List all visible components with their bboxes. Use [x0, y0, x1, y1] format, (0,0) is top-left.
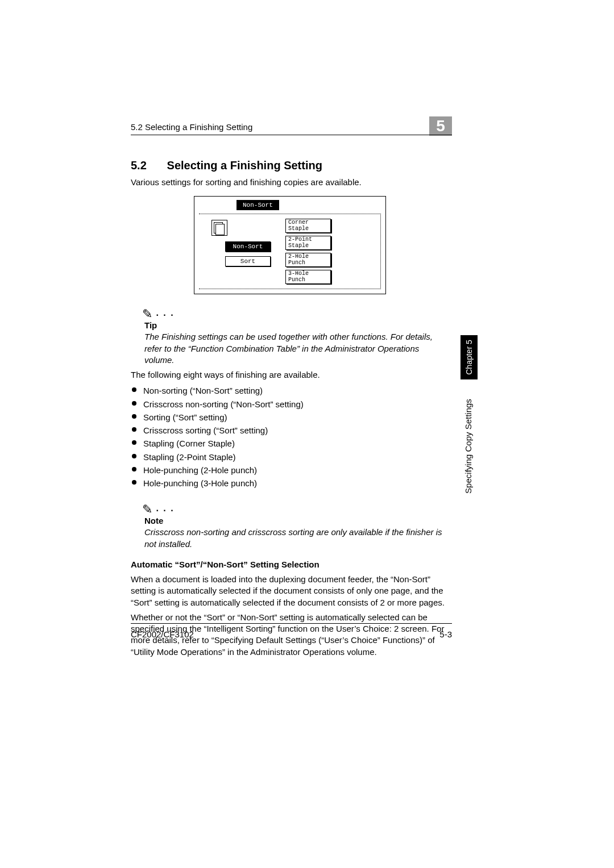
header-rule — [131, 135, 452, 135]
footer-model: CF2002/CF3102 — [131, 629, 194, 639]
list-item: Crisscross non-sorting (“Non-Sort” setti… — [131, 398, 449, 411]
finishing-list: Non-sorting (“Non-Sort” setting) Crisscr… — [131, 384, 449, 490]
note-block: ✎ . . . Note Crisscross non-sorting and … — [142, 500, 449, 550]
auto-heading: Automatic “Sort”/“Non-Sort” Setting Sele… — [131, 559, 449, 570]
intro-text: Various settings for sorting and finishi… — [131, 177, 449, 188]
running-head: 5.2 Selecting a Finishing Setting — [131, 122, 449, 132]
section-number: 5.2 — [131, 159, 164, 172]
note-title: Note — [144, 516, 449, 525]
btn-corner-staple: CornerStaple — [285, 219, 331, 233]
chapter-number-tab: 5 — [429, 116, 452, 136]
pencil-icon: ✎ — [142, 307, 152, 322]
page-footer: CF2002/CF3102 5-3 — [131, 629, 452, 639]
list-lead: The following eight ways of finishing ar… — [131, 369, 449, 381]
list-item: Non-sorting (“Non-Sort” setting) — [131, 384, 449, 397]
tip-title: Tip — [144, 320, 449, 330]
footer-page: 5-3 — [439, 629, 452, 639]
list-item: Sorting (“Sort” setting) — [131, 411, 449, 424]
list-item: Hole-punching (3-Hole punch) — [131, 477, 449, 490]
btn-2point-staple: 2-PointStaple — [285, 236, 331, 250]
dots-icon: . . . — [152, 308, 175, 318]
dots-icon: . . . — [152, 503, 175, 513]
list-item: Hole-punching (2-Hole punch) — [131, 464, 449, 477]
pencil-icon: ✎ — [142, 502, 152, 517]
document-icon — [211, 220, 227, 236]
side-section-label: Specifying Copy Settings — [462, 386, 474, 506]
note-body: Crisscross non-sorting and crisscross so… — [144, 527, 449, 550]
list-item: Crisscross sorting (“Sort” setting) — [131, 424, 449, 437]
btn-3hole-punch: 3-HolePunch — [285, 270, 331, 284]
finishing-panel-figure: Non-Sort Non-Sort Sort CornerStaple 2-Po… — [194, 196, 386, 294]
btn-non-sort: Non-Sort — [225, 241, 271, 252]
tip-body: The Finishing settings can be used toget… — [144, 331, 449, 366]
tab-non-sort: Non-Sort — [237, 200, 279, 210]
side-chapter-tab: Chapter 5 — [460, 335, 478, 379]
auto-p1: When a document is loaded into the duple… — [131, 574, 449, 608]
btn-2hole-punch: 2-HolePunch — [285, 253, 331, 267]
tip-block: ✎ . . . Tip The Finishing settings can b… — [142, 304, 449, 366]
btn-sort: Sort — [225, 256, 271, 266]
list-item: Stapling (2-Point Staple) — [131, 450, 449, 464]
section-heading: 5.2 Selecting a Finishing Setting — [131, 159, 449, 172]
footer-rule — [131, 623, 452, 624]
section-title: Selecting a Finishing Setting — [167, 159, 322, 172]
list-item: Stapling (Corner Staple) — [131, 437, 449, 450]
